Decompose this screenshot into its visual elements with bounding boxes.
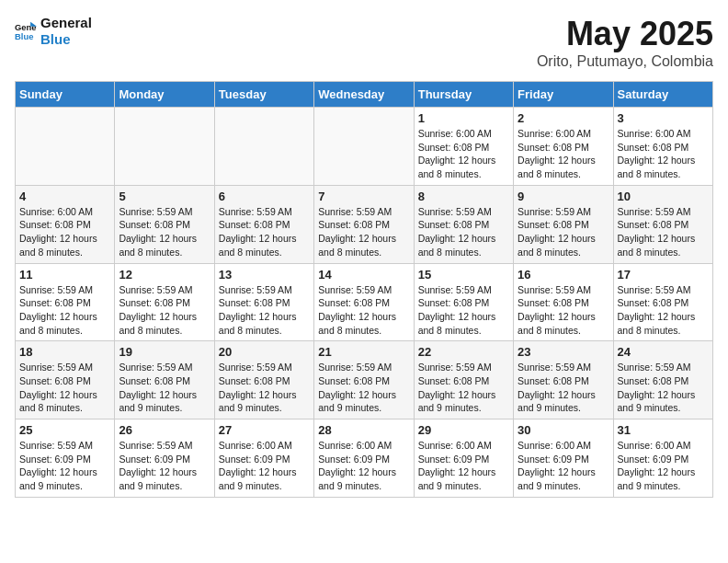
day-number: 19 — [119, 345, 210, 359]
day-info: Sunrise: 6:00 AM Sunset: 6:08 PM Dayligh… — [518, 127, 609, 181]
day-info: Sunrise: 6:00 AM Sunset: 6:09 PM Dayligh… — [318, 439, 409, 493]
day-number: 25 — [19, 423, 110, 437]
day-info: Sunrise: 5:59 AM Sunset: 6:08 PM Dayligh… — [19, 283, 110, 338]
day-number: 8 — [418, 190, 509, 203]
day-number: 3 — [618, 111, 709, 125]
day-info: Sunrise: 5:59 AM Sunset: 6:08 PM Dayligh… — [318, 205, 409, 259]
day-info: Sunrise: 5:59 AM Sunset: 6:08 PM Dayligh… — [518, 361, 609, 415]
calendar-week-row: 4Sunrise: 6:00 AM Sunset: 6:08 PM Daylig… — [16, 185, 713, 263]
day-info: Sunrise: 5:59 AM Sunset: 6:08 PM Dayligh… — [318, 361, 409, 415]
day-info: Sunrise: 5:59 AM Sunset: 6:08 PM Dayligh… — [618, 361, 709, 415]
day-number: 20 — [219, 345, 310, 359]
day-info: Sunrise: 5:59 AM Sunset: 6:08 PM Dayligh… — [119, 361, 210, 415]
day-number: 5 — [119, 190, 210, 203]
calendar-day-cell: 27Sunrise: 6:00 AM Sunset: 6:09 PM Dayli… — [214, 419, 313, 498]
day-info: Sunrise: 5:59 AM Sunset: 6:09 PM Dayligh… — [19, 439, 110, 493]
day-info: Sunrise: 5:59 AM Sunset: 6:08 PM Dayligh… — [219, 361, 310, 415]
day-info: Sunrise: 5:59 AM Sunset: 6:08 PM Dayligh… — [418, 205, 509, 259]
day-info: Sunrise: 6:00 AM Sunset: 6:08 PM Dayligh… — [418, 127, 509, 181]
subtitle: Orito, Putumayo, Colombia — [537, 53, 713, 70]
calendar-header-row: SundayMondayTuesdayWednesdayThursdayFrid… — [16, 82, 713, 108]
day-number: 26 — [119, 423, 210, 437]
day-info: Sunrise: 5:59 AM Sunset: 6:08 PM Dayligh… — [418, 283, 509, 338]
day-info: Sunrise: 5:59 AM Sunset: 6:09 PM Dayligh… — [119, 439, 210, 493]
day-info: Sunrise: 6:00 AM Sunset: 6:09 PM Dayligh… — [418, 439, 509, 493]
title-area: May 2025 Orito, Putumayo, Colombia — [537, 15, 713, 70]
day-number: 13 — [219, 268, 310, 282]
day-info: Sunrise: 5:59 AM Sunset: 6:08 PM Dayligh… — [418, 361, 509, 415]
calendar-day-cell: 18Sunrise: 5:59 AM Sunset: 6:08 PM Dayli… — [16, 341, 115, 419]
calendar-day-cell — [16, 108, 115, 186]
logo-line1: General — [40, 15, 92, 31]
day-number: 31 — [618, 423, 709, 437]
calendar-day-cell: 30Sunrise: 6:00 AM Sunset: 6:09 PM Dayli… — [514, 419, 613, 498]
day-number: 1 — [418, 111, 509, 125]
day-info: Sunrise: 6:00 AM Sunset: 6:09 PM Dayligh… — [518, 439, 609, 493]
calendar-day-cell: 11Sunrise: 5:59 AM Sunset: 6:08 PM Dayli… — [16, 263, 115, 341]
logo: General Blue General Blue — [15, 15, 92, 48]
day-number: 4 — [19, 190, 110, 203]
day-number: 28 — [318, 423, 409, 437]
day-number: 10 — [618, 190, 709, 203]
calendar-day-cell: 26Sunrise: 5:59 AM Sunset: 6:09 PM Dayli… — [115, 419, 214, 498]
logo-line2: Blue — [40, 31, 92, 48]
calendar-day-cell: 9Sunrise: 5:59 AM Sunset: 6:08 PM Daylig… — [514, 185, 613, 263]
day-number: 27 — [219, 423, 310, 437]
calendar-day-cell — [115, 108, 214, 186]
day-info: Sunrise: 5:59 AM Sunset: 6:08 PM Dayligh… — [518, 283, 609, 338]
weekday-header: Sunday — [16, 82, 115, 108]
day-number: 15 — [418, 268, 509, 282]
calendar-day-cell: 16Sunrise: 5:59 AM Sunset: 6:08 PM Dayli… — [514, 263, 613, 341]
calendar-day-cell: 21Sunrise: 5:59 AM Sunset: 6:08 PM Dayli… — [314, 341, 414, 419]
day-number: 23 — [518, 345, 609, 359]
calendar-day-cell: 1Sunrise: 6:00 AM Sunset: 6:08 PM Daylig… — [414, 108, 513, 186]
day-info: Sunrise: 6:00 AM Sunset: 6:08 PM Dayligh… — [19, 205, 110, 259]
calendar-day-cell: 25Sunrise: 5:59 AM Sunset: 6:09 PM Dayli… — [16, 419, 115, 498]
calendar-day-cell: 28Sunrise: 6:00 AM Sunset: 6:09 PM Dayli… — [314, 419, 414, 498]
calendar-week-row: 11Sunrise: 5:59 AM Sunset: 6:08 PM Dayli… — [16, 263, 713, 341]
calendar-day-cell: 12Sunrise: 5:59 AM Sunset: 6:08 PM Dayli… — [115, 263, 214, 341]
day-info: Sunrise: 5:59 AM Sunset: 6:08 PM Dayligh… — [219, 205, 310, 259]
day-info: Sunrise: 5:59 AM Sunset: 6:08 PM Dayligh… — [618, 205, 709, 259]
calendar: SundayMondayTuesdayWednesdayThursdayFrid… — [15, 81, 713, 498]
calendar-day-cell: 3Sunrise: 6:00 AM Sunset: 6:08 PM Daylig… — [613, 108, 712, 186]
calendar-day-cell: 22Sunrise: 5:59 AM Sunset: 6:08 PM Dayli… — [414, 341, 513, 419]
day-number: 16 — [518, 268, 609, 282]
calendar-day-cell: 2Sunrise: 6:00 AM Sunset: 6:08 PM Daylig… — [514, 108, 613, 186]
day-number: 24 — [618, 345, 709, 359]
day-info: Sunrise: 5:59 AM Sunset: 6:08 PM Dayligh… — [119, 205, 210, 259]
day-number: 17 — [618, 268, 709, 282]
calendar-day-cell: 8Sunrise: 5:59 AM Sunset: 6:08 PM Daylig… — [414, 185, 513, 263]
day-number: 11 — [19, 268, 110, 282]
calendar-day-cell: 29Sunrise: 6:00 AM Sunset: 6:09 PM Dayli… — [414, 419, 513, 498]
weekday-header: Saturday — [613, 82, 712, 108]
calendar-day-cell: 10Sunrise: 5:59 AM Sunset: 6:08 PM Dayli… — [613, 185, 712, 263]
calendar-day-cell: 20Sunrise: 5:59 AM Sunset: 6:08 PM Dayli… — [214, 341, 313, 419]
calendar-week-row: 18Sunrise: 5:59 AM Sunset: 6:08 PM Dayli… — [16, 341, 713, 419]
calendar-day-cell: 31Sunrise: 6:00 AM Sunset: 6:09 PM Dayli… — [613, 419, 712, 498]
day-number: 12 — [119, 268, 210, 282]
day-number: 2 — [518, 111, 609, 125]
logo-icon: General Blue — [15, 20, 37, 42]
header: General Blue General Blue May 2025 Orito… — [15, 15, 713, 70]
calendar-day-cell: 6Sunrise: 5:59 AM Sunset: 6:08 PM Daylig… — [214, 185, 313, 263]
day-info: Sunrise: 5:59 AM Sunset: 6:08 PM Dayligh… — [119, 283, 210, 338]
day-info: Sunrise: 6:00 AM Sunset: 6:09 PM Dayligh… — [219, 439, 310, 493]
day-info: Sunrise: 6:00 AM Sunset: 6:08 PM Dayligh… — [618, 127, 709, 181]
day-info: Sunrise: 5:59 AM Sunset: 6:08 PM Dayligh… — [518, 205, 609, 259]
calendar-week-row: 1Sunrise: 6:00 AM Sunset: 6:08 PM Daylig… — [16, 108, 713, 186]
svg-text:Blue: Blue — [15, 31, 33, 41]
month-title: May 2025 — [537, 15, 713, 53]
calendar-day-cell: 17Sunrise: 5:59 AM Sunset: 6:08 PM Dayli… — [613, 263, 712, 341]
calendar-day-cell: 4Sunrise: 6:00 AM Sunset: 6:08 PM Daylig… — [16, 185, 115, 263]
day-info: Sunrise: 5:59 AM Sunset: 6:08 PM Dayligh… — [618, 283, 709, 338]
calendar-day-cell: 15Sunrise: 5:59 AM Sunset: 6:08 PM Dayli… — [414, 263, 513, 341]
calendar-day-cell: 14Sunrise: 5:59 AM Sunset: 6:08 PM Dayli… — [314, 263, 414, 341]
day-number: 30 — [518, 423, 609, 437]
day-info: Sunrise: 5:59 AM Sunset: 6:08 PM Dayligh… — [219, 283, 310, 338]
day-number: 22 — [418, 345, 509, 359]
weekday-header: Thursday — [414, 82, 513, 108]
calendar-week-row: 25Sunrise: 5:59 AM Sunset: 6:09 PM Dayli… — [16, 419, 713, 498]
day-number: 21 — [318, 345, 409, 359]
calendar-day-cell: 7Sunrise: 5:59 AM Sunset: 6:08 PM Daylig… — [314, 185, 414, 263]
